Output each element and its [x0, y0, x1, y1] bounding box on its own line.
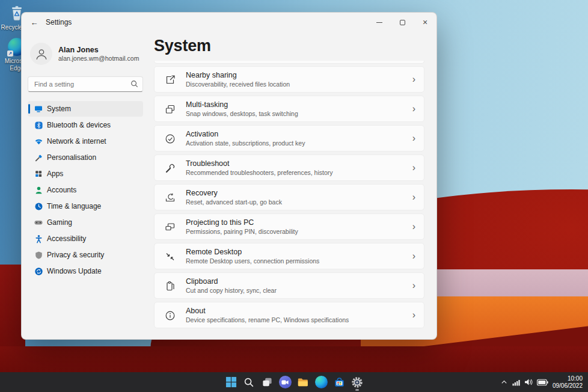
tray-time: 10:00	[553, 375, 583, 382]
settings-item-title: Activation	[186, 130, 305, 139]
start-button[interactable]	[222, 372, 240, 392]
shield-icon	[34, 250, 43, 260]
profile-name: Alan Jones	[58, 46, 139, 55]
edge-button[interactable]	[312, 372, 330, 392]
main-panel: System Nearby sharingDiscoverability, re…	[149, 32, 436, 340]
sidebar-item-apps[interactable]: Apps	[28, 166, 143, 182]
volume-icon	[524, 378, 533, 386]
sidebar-item-personalisation[interactable]: Personalisation	[28, 150, 143, 165]
settings-item-subtitle: Discoverability, received files location	[186, 81, 290, 88]
chevron-right-icon: ›	[412, 74, 415, 85]
minimize-button[interactable]	[368, 13, 391, 32]
settings-item-nearby-sharing[interactable]: Nearby sharingDiscoverability, received …	[154, 66, 424, 93]
task-view-icon	[262, 376, 273, 388]
back-button[interactable]: ←	[25, 14, 43, 30]
close-button[interactable]: ×	[414, 13, 436, 32]
windows-logo-icon	[225, 376, 237, 388]
settings-item-title: Recovery	[186, 189, 282, 198]
file-explorer-button[interactable]	[294, 372, 312, 392]
tray-chevron-up-icon[interactable]	[500, 378, 508, 386]
settings-item-remote-desktop[interactable]: Remote DesktopRemote Desktop users, conn…	[154, 243, 424, 269]
taskbar-clock[interactable]: 10:00 09/06/2022	[553, 375, 583, 390]
settings-item-title: Remote Desktop	[186, 248, 319, 257]
sidebar-item-network-internet[interactable]: Network & internet	[28, 133, 143, 149]
sidebar-item-windows-update[interactable]: Windows Update	[28, 263, 143, 279]
settings-item-title: Multi-tasking	[186, 100, 298, 109]
chevron-right-icon: ›	[412, 251, 415, 262]
settings-item-subtitle: Snap windows, desktops, task switching	[186, 110, 298, 118]
settings-list: Nearby sharingDiscoverability, received …	[154, 61, 424, 328]
chevron-right-icon: ›	[412, 192, 415, 203]
taskbar: 10:00 09/06/2022	[0, 372, 588, 392]
accessibility-person-icon	[34, 234, 43, 243]
window-title: Settings	[46, 18, 72, 26]
brush-icon	[34, 153, 43, 162]
sidebar-item-privacy-security[interactable]: Privacy & security	[28, 247, 143, 263]
store-icon	[334, 376, 345, 388]
maximize-button[interactable]	[391, 13, 414, 32]
chevron-right-icon: ›	[412, 280, 415, 291]
sidebar-item-bluetooth-devices[interactable]: Bluetooth & devices	[28, 117, 143, 133]
settings-window: ← Settings × Alan Jones alan.jones.wm@ho…	[21, 12, 437, 340]
search-box	[28, 76, 143, 92]
sidebar-item-system[interactable]: System	[28, 101, 143, 117]
settings-item-troubleshoot[interactable]: TroubleshootRecommended troubleshooters,…	[154, 155, 424, 181]
chevron-right-icon: ›	[412, 103, 415, 114]
settings-item-subtitle: Device specifications, rename PC, Window…	[186, 316, 349, 324]
minimize-icon	[376, 22, 382, 23]
task-view-button[interactable]	[258, 372, 276, 392]
chevron-right-icon: ›	[412, 162, 415, 173]
recovery-icon	[164, 192, 176, 204]
sidebar-item-time-language[interactable]: Time & language	[28, 198, 143, 214]
network-signal-icon	[512, 379, 521, 386]
selected-indicator	[28, 104, 30, 114]
info-icon	[164, 310, 176, 322]
settings-item-subtitle: Permissions, pairing PIN, discoverabilit…	[186, 228, 298, 236]
page-title: System	[154, 37, 424, 55]
settings-item-activation[interactable]: ActivationActivation state, subscription…	[154, 125, 424, 152]
profile-email: alan.jones.wm@hotmail.com	[58, 55, 139, 63]
sidebar-item-gaming[interactable]: Gaming	[28, 215, 143, 230]
search-input[interactable]	[28, 76, 143, 92]
settings-item-partial[interactable]	[154, 61, 424, 64]
clock-icon	[34, 201, 43, 211]
titlebar: ← Settings ×	[22, 13, 436, 32]
chevron-right-icon: ›	[412, 310, 415, 320]
sidebar: Alan Jones alan.jones.wm@hotmail.com	[22, 32, 149, 340]
wrench-icon	[164, 162, 176, 174]
settings-item-title: Nearby sharing	[186, 71, 290, 80]
chat-button[interactable]	[276, 372, 294, 392]
active-app-indicator	[355, 389, 359, 391]
taskbar-center	[222, 372, 366, 392]
settings-item-subtitle: Recommended troubleshooters, preferences…	[186, 169, 333, 177]
desktop: Recycle Bin ↗ Microsoft Edge ← Settings …	[0, 0, 588, 392]
settings-item-multi-tasking[interactable]: Multi-taskingSnap windows, desktops, tas…	[154, 96, 424, 122]
maximize-icon	[400, 20, 405, 25]
window-controls: ×	[368, 13, 436, 32]
settings-item-projecting-to-this-pc[interactable]: Projecting to this PCPermissions, pairin…	[154, 213, 424, 240]
settings-taskbar-button[interactable]	[348, 372, 366, 392]
sidebar-item-accessibility[interactable]: Accessibility	[28, 231, 143, 247]
settings-item-clipboard[interactable]: ClipboardCut and copy history, sync, cle…	[154, 272, 424, 299]
settings-item-subtitle: Cut and copy history, sync, clear	[186, 287, 277, 295]
nearby-sharing-icon	[164, 74, 176, 86]
settings-item-title: Troubleshoot	[186, 159, 333, 168]
settings-item-about[interactable]: AboutDevice specifications, rename PC, W…	[154, 302, 424, 328]
game-controller-icon	[34, 218, 43, 227]
accounts-person-icon	[34, 185, 43, 195]
settings-item-title: About	[186, 307, 349, 316]
clipboard-icon	[164, 280, 176, 292]
tray-status-icons[interactable]	[512, 378, 548, 386]
multi-tasking-icon	[164, 103, 176, 115]
store-button[interactable]	[330, 372, 348, 392]
search-icon	[243, 377, 254, 388]
wifi-icon	[34, 136, 43, 146]
taskbar-search-button[interactable]	[240, 372, 258, 392]
settings-item-subtitle: Remote Desktop users, connection permiss…	[186, 257, 319, 265]
projecting-icon	[164, 221, 176, 233]
chevron-right-icon: ›	[412, 133, 415, 144]
profile[interactable]: Alan Jones alan.jones.wm@hotmail.com	[30, 43, 143, 65]
settings-item-recovery[interactable]: RecoveryReset, advanced start-up, go bac…	[154, 184, 424, 210]
sidebar-item-accounts[interactable]: Accounts	[28, 182, 143, 198]
settings-item-subtitle: Activation state, subscriptions, product…	[186, 139, 305, 147]
